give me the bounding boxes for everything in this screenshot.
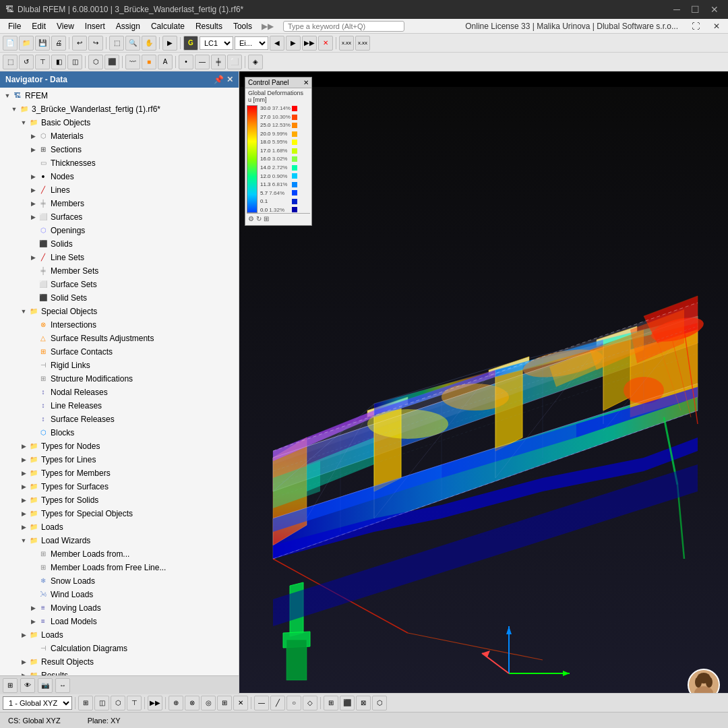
calc-button[interactable]: ▶ bbox=[162, 36, 177, 51]
tree-types-surfaces[interactable]: ▶ 📁 Types for Surfaces bbox=[0, 480, 239, 493]
bt-dim4[interactable]: ⬡ bbox=[372, 696, 387, 710]
tree-root-rfem[interactable]: ▼ 🏗 RFEM bbox=[0, 89, 239, 102]
new-button[interactable]: 📄 bbox=[3, 36, 18, 51]
tree-basic-objects[interactable]: ▼ 📁 Basic Objects bbox=[0, 116, 239, 129]
tree-load-models[interactable]: ▶ ≡ Load Models bbox=[0, 615, 239, 628]
bt-dim3[interactable]: ⊠ bbox=[356, 696, 371, 710]
tree-nodes[interactable]: ▶ • Nodes bbox=[0, 170, 239, 183]
tree-load-wizards[interactable]: ▼ 📁 Load Wizards bbox=[0, 534, 239, 547]
close-button[interactable]: ✕ bbox=[706, 4, 723, 15]
bt-line4[interactable]: ◇ bbox=[303, 696, 317, 710]
bt-line3[interactable]: ○ bbox=[286, 696, 301, 710]
stop-button[interactable]: ✕ bbox=[318, 36, 333, 51]
tree-solids[interactable]: ⬛ Solids bbox=[0, 237, 239, 251]
navigator-controls[interactable]: 📌 ✕ bbox=[214, 75, 233, 84]
top-button[interactable]: ⊤ bbox=[35, 55, 50, 69]
tree-snow-loads[interactable]: ❄ Snow Loads bbox=[0, 574, 239, 588]
tree-surface-results-adj[interactable]: △ Surface Results Adjustments bbox=[0, 332, 239, 345]
tree-types-solids[interactable]: ▶ 📁 Types for Solids bbox=[0, 493, 239, 507]
lc-combo[interactable]: 1 - Global XYZ bbox=[3, 696, 72, 710]
open-button[interactable]: 📁 bbox=[19, 36, 34, 51]
bt-snap3[interactable]: ◎ bbox=[201, 696, 216, 710]
tree-membersets[interactable]: ╪ Member Sets bbox=[0, 264, 239, 278]
tree-moving-loads[interactable]: ▶ ≡ Moving Loads bbox=[0, 601, 239, 615]
tree-loads-top[interactable]: ▶ 📁 Loads bbox=[0, 520, 239, 534]
tree-openings[interactable]: ⬡ Openings bbox=[0, 224, 239, 237]
tree-solidsets[interactable]: ⬛ Solid Sets bbox=[0, 291, 239, 305]
tree-member-loads-free-line[interactable]: ⊞ Member Loads from Free Line... bbox=[0, 561, 239, 574]
node-vis-button[interactable]: • bbox=[179, 55, 193, 69]
tree-member-loads-from[interactable]: ⊞ Member Loads from... bbox=[0, 547, 239, 561]
prev-button[interactable]: ◀ bbox=[270, 36, 284, 51]
solid-view-button[interactable]: ⬛ bbox=[104, 55, 119, 69]
bt-view1[interactable]: ⊞ bbox=[78, 696, 93, 710]
surf-vis-button[interactable]: ⬜ bbox=[227, 55, 242, 69]
bt-view2[interactable]: ◫ bbox=[94, 696, 109, 710]
menu-file[interactable]: File bbox=[3, 20, 26, 32]
result2-button[interactable]: x.xx bbox=[355, 36, 370, 51]
tree-lines[interactable]: ▶ ╱ Lines bbox=[0, 183, 239, 197]
tree-types-lines[interactable]: ▶ 📁 Types for Lines bbox=[0, 453, 239, 466]
bt-dim2[interactable]: ⬛ bbox=[340, 696, 355, 710]
tree-sections[interactable]: ▶ ⊞ Sections bbox=[0, 143, 239, 156]
tree-materials[interactable]: ▶ ⬡ Materials bbox=[0, 129, 239, 143]
menu-tools[interactable]: Tools bbox=[228, 20, 257, 32]
bt-line1[interactable]: — bbox=[254, 696, 269, 710]
tree-surfaces[interactable]: ▶ ⬜ Surfaces bbox=[0, 210, 239, 224]
play-button[interactable]: ▶ bbox=[286, 36, 301, 51]
result-selector[interactable]: Ei... bbox=[235, 36, 268, 50]
cp-refresh-button[interactable]: ↻ bbox=[256, 215, 262, 222]
menu-insert[interactable]: Insert bbox=[80, 20, 111, 32]
tree-types-nodes[interactable]: ▶ 📁 Types for Nodes bbox=[0, 439, 239, 453]
bt-more1[interactable]: ▶▶ bbox=[148, 696, 162, 710]
label-button[interactable]: A bbox=[158, 55, 173, 69]
zoom-button[interactable]: 🔍 bbox=[125, 36, 140, 51]
menu-calculate[interactable]: Calculate bbox=[146, 20, 190, 32]
cp-close[interactable]: ✕ bbox=[303, 79, 309, 86]
mem-vis-button[interactable]: ╪ bbox=[211, 55, 226, 69]
bt-snap1[interactable]: ⊕ bbox=[169, 696, 183, 710]
select-button[interactable]: ⬚ bbox=[109, 36, 124, 51]
tree-thicknesses[interactable]: ▭ Thicknesses bbox=[0, 156, 239, 170]
nav-measure-button[interactable]: ↔ bbox=[55, 678, 70, 693]
bt-dim1[interactable]: ⊞ bbox=[324, 696, 338, 710]
bt-view3[interactable]: ⬡ bbox=[111, 696, 125, 710]
tree-intersections[interactable]: ⊗ Intersections bbox=[0, 318, 239, 332]
rotate-button[interactable]: ↺ bbox=[19, 55, 34, 69]
tree-blocks[interactable]: ⬡ Blocks bbox=[0, 426, 239, 439]
tree-types-members[interactable]: ▶ 📁 Types for Members bbox=[0, 466, 239, 480]
nav-view-button[interactable]: ⊞ bbox=[3, 678, 18, 693]
tree-members[interactable]: ▶ ╪ Members bbox=[0, 197, 239, 210]
tree-special-objects[interactable]: ▼ 📁 Special Objects bbox=[0, 305, 239, 318]
view3d-button[interactable]: ⬚ bbox=[3, 55, 18, 69]
tree-types-special[interactable]: ▶ 📁 Types for Special Objects bbox=[0, 507, 239, 520]
front-button[interactable]: ◧ bbox=[51, 55, 66, 69]
cp-export-button[interactable]: ⊞ bbox=[264, 215, 269, 222]
menu-view[interactable]: View bbox=[51, 20, 80, 32]
minimize-button[interactable]: ─ bbox=[669, 4, 684, 15]
window-controls[interactable]: ─ ☐ ✕ bbox=[669, 4, 723, 15]
color-button[interactable]: ■ bbox=[142, 55, 156, 69]
pan-button[interactable]: ✋ bbox=[142, 36, 156, 51]
cp-settings-button[interactable]: ⚙ bbox=[248, 215, 254, 222]
tree-loads[interactable]: ▶ 📁 Loads bbox=[0, 628, 239, 642]
tree-wind-loads[interactable]: 🌬 Wind Loads bbox=[0, 588, 239, 601]
search-input[interactable] bbox=[283, 21, 404, 32]
menu-more[interactable]: ▶▶ bbox=[257, 22, 278, 31]
tree-surface-contacts[interactable]: ⊞ Surface Contacts bbox=[0, 345, 239, 359]
tree-linesets[interactable]: ▶ ╱ Line Sets bbox=[0, 251, 239, 264]
lc-selector[interactable]: LC1 bbox=[200, 36, 233, 50]
nav-camera-button[interactable]: 📷 bbox=[38, 678, 53, 693]
menu-edit[interactable]: Edit bbox=[26, 20, 51, 32]
result1-button[interactable]: x.xx bbox=[339, 36, 354, 51]
print-button[interactable]: 🖨 bbox=[51, 36, 66, 51]
menu-results[interactable]: Results bbox=[190, 20, 228, 32]
bt-line2[interactable]: ╱ bbox=[270, 696, 285, 710]
next-button[interactable]: ▶▶ bbox=[302, 36, 317, 51]
bt-view4[interactable]: ⊤ bbox=[127, 696, 142, 710]
tree-surfacesets[interactable]: ⬜ Surface Sets bbox=[0, 278, 239, 291]
line-vis-button[interactable]: — bbox=[195, 55, 210, 69]
maximize-button[interactable]: ☐ bbox=[687, 4, 704, 15]
deform-button[interactable]: 〰 bbox=[125, 55, 140, 69]
tree-line-releases[interactable]: ↕ Line Releases bbox=[0, 399, 239, 413]
